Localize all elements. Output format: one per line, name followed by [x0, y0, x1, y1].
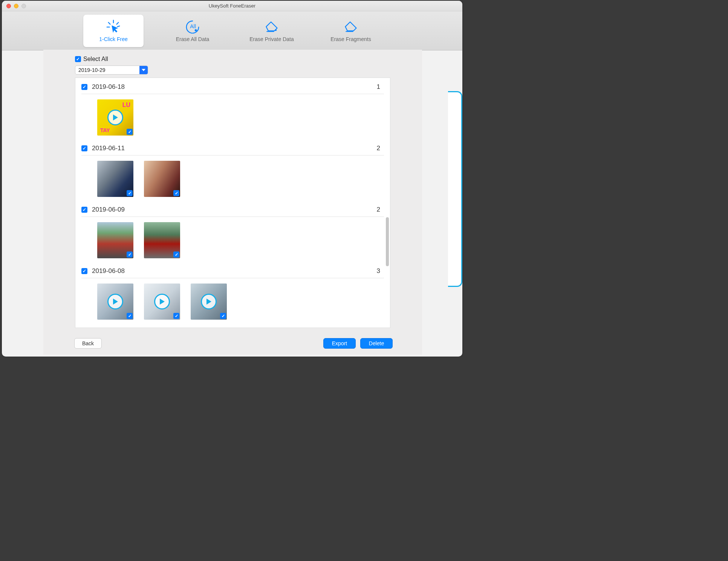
app-window: UkeySoft FoneEraser 1-Click Free [2, 1, 462, 357]
thumbnail-row [81, 278, 384, 323]
thumbnail-row [81, 217, 384, 262]
date-filter-select[interactable]: 2019-10-29 [75, 66, 148, 75]
bottom-bar: Back Export Delete [74, 338, 393, 349]
photo-thumbnail[interactable] [97, 161, 133, 197]
group-header: 2019-06-112 [81, 145, 384, 155]
date-group: 2019-06-112 [81, 139, 384, 201]
window-controls [2, 4, 26, 8]
play-icon [107, 110, 123, 125]
tab-erase-private-data[interactable]: Erase Private Data [242, 15, 302, 47]
thumbnail-checkbox[interactable] [127, 190, 133, 196]
svg-line-2 [117, 23, 119, 24]
media-list: 2019-06-1812019-06-1122019-06-0922019-06… [75, 78, 390, 328]
thumbnail-checkbox[interactable] [173, 252, 179, 258]
group-count: 2 [377, 145, 382, 152]
tab-label: 1-Click Free [99, 36, 127, 42]
cursor-click-icon [106, 20, 121, 33]
play-icon [154, 294, 170, 309]
svg-text:All: All [190, 23, 196, 29]
background-panel-edge [448, 91, 462, 287]
group-count: 3 [377, 267, 382, 275]
svg-line-1 [109, 23, 110, 24]
thumbnail-checkbox[interactable] [127, 129, 133, 135]
date-group: 2019-06-083 [81, 262, 384, 323]
erase-private-icon [264, 20, 279, 33]
thumbnail-row [81, 155, 384, 201]
select-all-label: Select All [83, 56, 108, 63]
play-icon [201, 294, 217, 309]
chevron-down-icon [139, 66, 148, 74]
video-thumbnail[interactable] [191, 284, 227, 320]
close-window-button[interactable] [6, 4, 11, 8]
group-checkbox[interactable] [81, 145, 87, 151]
tab-erase-fragments[interactable]: Erase Fragments [321, 15, 381, 47]
tab-erase-all-data[interactable]: All Erase All Data [162, 15, 223, 47]
export-button[interactable]: Export [323, 338, 356, 349]
svg-point-6 [195, 29, 197, 32]
window-title: UkeySoft FoneEraser [2, 3, 462, 9]
thumbnail-checkbox[interactable] [173, 190, 179, 196]
group-date-label: 2019-06-18 [92, 83, 125, 91]
group-checkbox[interactable] [81, 207, 87, 213]
select-all-row: Select All [43, 51, 422, 65]
tab-1-click-free[interactable]: 1-Click Free [83, 15, 144, 47]
thumbnail-checkbox[interactable] [220, 313, 226, 319]
group-checkbox[interactable] [81, 268, 87, 274]
svg-line-4 [117, 26, 119, 27]
content-panel: Select All 2019-10-29 2019-06-1812019-06… [43, 50, 422, 355]
zoom-window-button[interactable] [21, 4, 26, 8]
scrollbar-thumb[interactable] [386, 217, 389, 266]
video-thumbnail[interactable] [97, 284, 133, 320]
toolbar: 1-Click Free All Erase All Data Erase P [2, 11, 462, 50]
photo-thumbnail[interactable] [144, 161, 180, 197]
group-header: 2019-06-181 [81, 83, 384, 94]
date-group: 2019-06-181 [81, 78, 384, 139]
thumbnail-row [81, 94, 384, 139]
select-all-checkbox[interactable] [75, 56, 81, 62]
group-date-label: 2019-06-08 [92, 267, 125, 275]
thumbnail-checkbox[interactable] [127, 252, 133, 258]
erase-all-icon: All [185, 20, 200, 33]
group-checkbox[interactable] [81, 84, 87, 90]
video-thumbnail[interactable] [144, 284, 180, 320]
group-date-label: 2019-06-09 [92, 206, 125, 213]
tab-label: Erase All Data [176, 36, 210, 42]
tab-label: Erase Private Data [249, 36, 294, 42]
group-header: 2019-06-092 [81, 206, 384, 217]
erase-fragments-icon [343, 20, 358, 33]
minimize-window-button[interactable] [14, 4, 18, 8]
group-count: 2 [377, 206, 382, 213]
group-date-label: 2019-06-11 [92, 145, 125, 152]
date-filter-value: 2019-10-29 [75, 67, 139, 73]
svg-point-8 [275, 29, 277, 31]
delete-button[interactable]: Delete [360, 338, 393, 349]
back-button[interactable]: Back [74, 338, 102, 349]
play-icon [107, 294, 123, 309]
video-thumbnail[interactable] [97, 99, 133, 136]
group-count: 1 [377, 83, 382, 91]
group-header: 2019-06-083 [81, 267, 384, 278]
photo-thumbnail[interactable] [97, 222, 133, 258]
titlebar: UkeySoft FoneEraser [2, 1, 462, 11]
thumbnail-checkbox[interactable] [173, 313, 179, 319]
thumbnail-checkbox[interactable] [127, 313, 133, 319]
tab-label: Erase Fragments [330, 36, 371, 42]
date-group: 2019-06-092 [81, 201, 384, 262]
photo-thumbnail[interactable] [144, 222, 180, 258]
